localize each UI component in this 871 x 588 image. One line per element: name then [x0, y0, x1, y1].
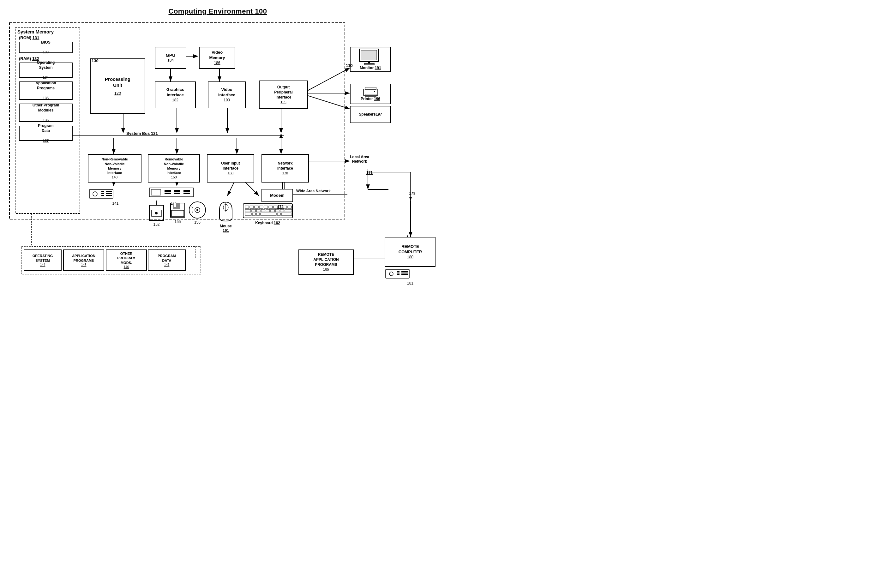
svg-rect-68: [184, 190, 190, 192]
floppy-disk-icon: 155: [169, 202, 186, 224]
rm-ref: 150: [171, 175, 177, 180]
non-removable-box: Non-RemovableNon-VolatileMemoryInterface…: [88, 154, 142, 183]
remote-hw-illustration: 181: [385, 268, 436, 286]
svg-rect-51: [365, 87, 376, 90]
ui-label: User InputInterface: [221, 161, 240, 171]
svg-rect-99: [275, 209, 279, 212]
svg-rect-84: [250, 206, 254, 208]
monitor-box: Monitor 191: [350, 47, 391, 72]
hdd-illustration: 141: [88, 188, 143, 206]
cd-illustration: 156: [188, 200, 207, 224]
rc-181-ref: 181: [385, 281, 436, 286]
svg-rect-6: [345, 23, 346, 219]
opi-label: OutputPeripheralInterface: [274, 85, 293, 100]
remote-app-box: REMOTEAPPLICATIONPROGRAMS 185: [298, 250, 354, 275]
rap-label: REMOTEAPPLICATIONPROGRAMS: [313, 252, 338, 267]
svg-rect-56: [101, 191, 104, 192]
svg-rect-112: [397, 274, 400, 275]
env-110-label: 110: [346, 63, 353, 68]
prog-data-ref: 137: [43, 138, 49, 143]
gpu-label: GPU: [166, 52, 175, 58]
svg-rect-94: [252, 209, 256, 212]
ui-ref: 160: [228, 171, 233, 175]
svg-rect-114: [401, 272, 408, 274]
svg-rect-98: [271, 209, 274, 212]
svg-rect-101: [285, 209, 292, 212]
mouse-label: Mouse161: [218, 224, 234, 233]
speakers-label: Speakers197: [359, 112, 382, 117]
svg-rect-76: [172, 210, 184, 217]
page-title: Computing Environment 100: [0, 1, 436, 19]
video-interface-box: VideoInterface 190: [208, 81, 246, 108]
data-bottom-ref: 147: [164, 263, 169, 267]
vmem-ref: 186: [214, 61, 220, 66]
system-memory-label: System Memory: [17, 29, 54, 34]
printer-label: Printer 196: [361, 97, 380, 102]
bus-130-label: 130: [91, 58, 99, 63]
other-bottom-label: OTHERPROGRAMMODS.: [117, 251, 135, 265]
program-data-box: ProgramData 137: [19, 126, 73, 141]
application-programs-box: ApplicationPrograms 135: [19, 81, 73, 100]
os-bottom-ref: 144: [40, 263, 45, 267]
svg-rect-75: [174, 203, 176, 207]
modem-label: Modem: [270, 193, 284, 198]
svg-rect-61: [106, 195, 112, 196]
nrm-ref: 140: [112, 175, 117, 180]
hdd-ref: 141: [88, 201, 143, 206]
modem-box: Modem: [262, 189, 293, 202]
svg-line-19: [307, 68, 350, 91]
svg-rect-102: [245, 213, 251, 215]
svg-rect-58: [101, 195, 104, 196]
svg-rect-48: [368, 61, 370, 63]
svg-rect-110: [397, 271, 400, 272]
video-memory-box: VideoMemory 186: [199, 47, 235, 69]
modem-172: 172: [277, 205, 284, 209]
app-programs-label: ApplicationPrograms: [35, 81, 56, 91]
svg-rect-64: [165, 190, 171, 192]
svg-rect-62: [150, 188, 194, 197]
vmem-label: VideoMemory: [210, 50, 225, 61]
svg-rect-89: [274, 206, 277, 208]
keyboard-illustration: Keyboard 162: [242, 202, 294, 225]
vi-label: VideoInterface: [218, 87, 235, 98]
diagram-container: Computing Environment 100: [0, 0, 436, 278]
bios-label: BIOS: [41, 40, 50, 45]
rap-ref: 185: [323, 267, 329, 272]
svg-rect-57: [101, 193, 104, 194]
data-bottom-box: PROGRAMDATA 147: [148, 250, 186, 271]
monitor-label: Monitor 191: [360, 66, 381, 71]
app-bottom-ref: 145: [81, 263, 87, 267]
svg-rect-104: [256, 213, 260, 215]
user-input-box: User InputInterface 160: [207, 154, 254, 183]
svg-rect-49: [364, 63, 374, 65]
os-label: OperatingSystem: [37, 60, 55, 70]
svg-point-53: [374, 91, 375, 92]
svg-rect-115: [401, 274, 408, 275]
app-bottom-label: APPLICATIONPROGRAMS: [72, 254, 95, 263]
operating-system-box: OperatingSystem 134: [19, 63, 73, 78]
os-bottom-box: OPERATINGSYSTEM 144: [24, 250, 61, 271]
prog-data-label: ProgramData: [38, 123, 53, 133]
svg-rect-93: [245, 209, 251, 212]
svg-rect-74: [173, 203, 180, 209]
svg-rect-95: [256, 209, 260, 212]
svg-rect-67: [174, 193, 180, 194]
svg-rect-100: [280, 209, 284, 212]
rc-ref: 180: [407, 255, 413, 260]
vi-ref: 190: [224, 98, 230, 103]
lan-171: 171: [366, 171, 373, 175]
svg-rect-88: [269, 206, 272, 208]
floppy-ref2: 152: [148, 222, 165, 227]
other-bottom-box: OTHERPROGRAMMODS. 146: [106, 250, 147, 271]
floppy-illustration: 152: [148, 200, 165, 227]
mouse-illustration: Mouse161: [218, 200, 234, 233]
rom-label: (ROM) 131: [19, 35, 39, 40]
gpu-box: GPU 184: [155, 47, 186, 69]
rc-label: REMOTECOMPUTER: [398, 244, 422, 255]
svg-rect-59: [106, 191, 112, 192]
nrm-label: Non-RemovableNon-VolatileMemoryInterface: [101, 157, 128, 175]
os-bottom-label: OPERATINGSYSTEM: [33, 254, 53, 263]
svg-rect-65: [165, 193, 171, 194]
svg-rect-106: [277, 213, 280, 215]
opi-ref: 195: [280, 100, 286, 104]
